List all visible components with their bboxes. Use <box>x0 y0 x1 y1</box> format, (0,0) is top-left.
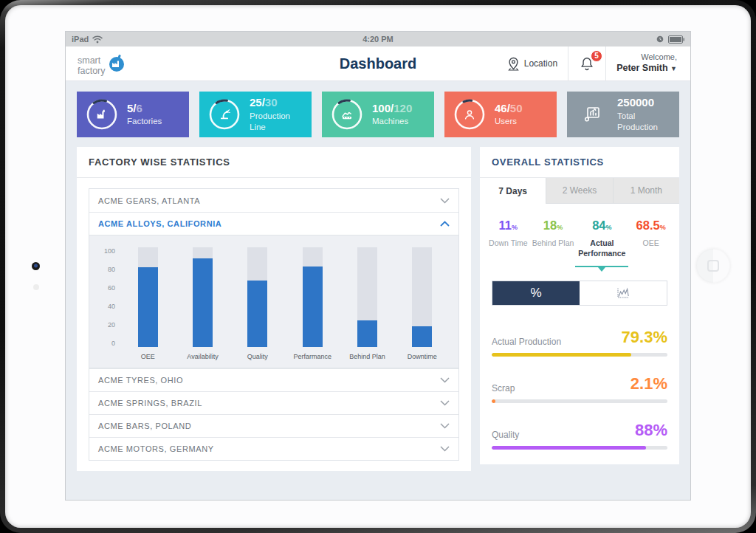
card-label: Factories <box>127 116 162 128</box>
stat-card-machines[interactable]: 100/120 Machines <box>322 92 434 137</box>
stat-card-users[interactable]: 46/50 Users <box>444 92 557 137</box>
accordion-item-acme-bars-poland[interactable]: ACME BARS, POLAND <box>89 414 458 437</box>
chart-bar-downtime: Downtime <box>395 247 450 360</box>
ipad-device-frame: iPad 4:20 PM <box>0 0 756 533</box>
tab-2-weeks[interactable]: 2 Weeks <box>546 178 612 204</box>
accordion-item-acme-springs-brazil[interactable]: ACME SPRINGS, BRAZIL <box>89 391 458 414</box>
overall-panel-title: OVERALL STATISTICS <box>480 147 679 178</box>
welcome-label: Welcome, <box>616 52 677 63</box>
ipad-bezel: iPad 4:20 PM <box>5 5 751 528</box>
card-total: 6 <box>137 102 142 114</box>
stat-cards-row: 5/6 Factories <box>77 92 679 137</box>
chevron-down-icon <box>440 423 450 429</box>
factory-wise-statistics-panel: FACTORY WISE STATISTICS ACME GEARS, ATLA… <box>77 147 471 471</box>
chart-bar-performance: Perfarmance <box>285 247 340 360</box>
chart-bar-behind-plan: Behind Plan <box>340 247 394 360</box>
accordion-item-label: ACME MOTORS, GERMANY <box>98 444 214 453</box>
card-value: 25/ <box>250 96 265 109</box>
progress-scrap: Scrap 2.1% <box>492 374 667 403</box>
location-pin-icon <box>507 57 520 71</box>
accordion-item-acme-alloys-california[interactable]: ACME ALLOYS, CALIFORNIA <box>89 212 458 235</box>
machine-icon <box>340 107 355 123</box>
progress-quality: Quality 88% <box>492 421 667 450</box>
card-label: Total Production <box>617 111 670 134</box>
card-total: 120 <box>394 102 412 114</box>
card-value: 100/ <box>372 102 394 114</box>
tab-7-days[interactable]: 7 Days <box>480 178 546 204</box>
card-total: 30 <box>265 96 278 109</box>
card-total: 50 <box>510 102 523 114</box>
card-label: Users <box>495 116 523 128</box>
accordion-item-label: ACME TYRES, OHIO <box>98 376 183 385</box>
chevron-down-icon <box>440 198 450 204</box>
percent-view-button[interactable]: % <box>492 281 580 305</box>
user-menu[interactable]: Welcome, Peter Smith ▼ <box>605 47 690 80</box>
view-mode-toggle: % <box>492 281 667 306</box>
factory-accordion: ACME GEARS, ATLANTA ACME ALLOYS, CALIFOR… <box>89 188 459 461</box>
card-label: Production Line <box>250 111 303 134</box>
screen: iPad 4:20 PM <box>65 31 691 501</box>
user-name: Peter Smith <box>616 63 667 73</box>
progress-bar <box>492 353 667 357</box>
app-logo[interactable]: smart factory <box>66 51 126 76</box>
notification-badge: 5 <box>591 50 602 62</box>
logo-text-line1: smart <box>78 56 106 66</box>
stat-card-total-production[interactable]: 250000 Total Production <box>567 92 679 137</box>
page-title: Dashboard <box>340 55 416 72</box>
card-label: Machines <box>372 116 412 128</box>
accordion-item-acme-gears-atlanta[interactable]: ACME GEARS, ATLANTA <box>89 189 458 212</box>
metric-down-time[interactable]: 11% Down Time <box>486 219 531 267</box>
location-button[interactable]: Location <box>497 47 568 80</box>
chart-y-axis: 100 80 60 40 20 0 <box>98 247 120 347</box>
progress-list: Actual Production 79.3% Scrap 2.1% <box>480 306 679 464</box>
chevron-down-icon <box>440 377 450 383</box>
alarm-icon <box>656 35 664 43</box>
user-icon <box>462 107 477 122</box>
line-chart-icon <box>616 287 630 299</box>
chevron-down-icon <box>440 400 450 406</box>
notifications-button[interactable]: 5 <box>568 47 605 80</box>
metric-actual-performance[interactable]: 84% Actual Performance <box>575 219 628 267</box>
app-header: smart factory Dashboard <box>66 47 690 81</box>
overall-statistics-panel: OVERALL STATISTICS 7 Days 2 Weeks 1 Mont… <box>480 147 679 464</box>
metric-oee[interactable]: 68.5% OEE <box>628 219 673 267</box>
progress-bar <box>492 446 667 450</box>
accordion-item-label: ACME SPRINGS, BRAZIL <box>98 399 202 408</box>
chevron-down-icon <box>440 446 450 452</box>
location-label: Location <box>524 58 557 69</box>
overall-metrics: 11% Down Time 18% Behind Plan 84% Actual… <box>480 204 679 267</box>
accordion-item-label: ACME GEARS, ATLANTA <box>98 196 200 205</box>
chart-view-button[interactable] <box>580 281 667 305</box>
stat-card-production-line[interactable]: 25/30 Production Line <box>199 92 312 137</box>
home-button[interactable] <box>696 249 730 283</box>
home-button-square-icon <box>707 260 719 272</box>
tab-1-month[interactable]: 1 Month <box>613 178 679 204</box>
accordion-item-label: ACME BARS, POLAND <box>98 422 191 430</box>
user-menu-caret-icon: ▼ <box>670 65 677 72</box>
dashboard-content: 5/6 Factories <box>66 81 690 500</box>
chevron-up-icon <box>440 221 450 227</box>
progress-bar <box>492 399 667 403</box>
stat-card-factories[interactable]: 5/6 Factories <box>77 92 189 137</box>
factory-panel-title: FACTORY WISE STATISTICS <box>77 147 471 178</box>
card-value: 250000 <box>617 96 654 109</box>
robot-arm-icon <box>217 107 232 122</box>
status-device-label: iPad <box>72 35 89 44</box>
front-camera <box>32 262 40 270</box>
card-value: 46/ <box>495 102 510 114</box>
accordion-item-acme-tyres-ohio[interactable]: ACME TYRES, OHIO <box>89 368 458 391</box>
production-chart-icon <box>582 104 602 125</box>
progress-actual-production: Actual Production 79.3% <box>492 328 667 357</box>
factory-bar-chart: 100 80 60 40 20 0 <box>89 235 458 368</box>
period-tabs: 7 Days 2 Weeks 1 Month <box>480 178 679 204</box>
selected-metric-marker <box>575 266 628 267</box>
status-bar: iPad 4:20 PM <box>66 32 690 47</box>
wifi-icon <box>92 35 103 44</box>
factory-icon <box>94 107 109 122</box>
accordion-item-label: ACME ALLOYS, CALIFORNIA <box>98 219 221 228</box>
accordion-item-acme-motors-germany[interactable]: ACME MOTORS, GERMANY <box>89 437 458 460</box>
battery-icon <box>668 35 684 44</box>
metric-behind-plan[interactable]: 18% Behind Plan <box>531 219 576 267</box>
card-value: 5/ <box>127 102 137 114</box>
chart-plot-area: OEE Availability <box>120 247 450 360</box>
